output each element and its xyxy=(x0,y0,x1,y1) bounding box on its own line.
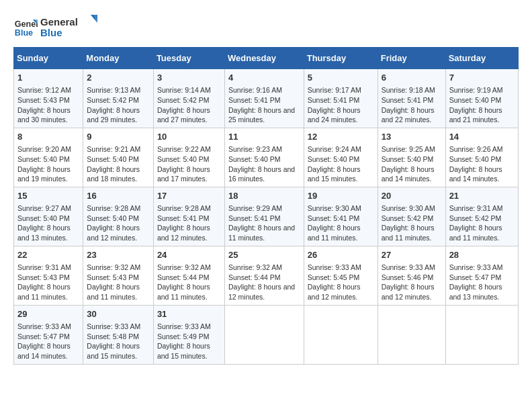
sunrise-text: Sunrise: 9:32 AM xyxy=(228,263,282,271)
daylight-text: Daylight: 8 hours and 14 minutes. xyxy=(449,165,502,183)
sunset-text: Sunset: 5:45 PM xyxy=(308,273,360,281)
day-cell-23: 23Sunrise: 9:32 AMSunset: 5:43 PMDayligh… xyxy=(83,246,154,305)
day-cell-28: 28Sunrise: 9:33 AMSunset: 5:47 PMDayligh… xyxy=(445,246,518,305)
day-number: 4 xyxy=(228,72,300,84)
daylight-text: Daylight: 8 hours and 30 minutes. xyxy=(17,106,71,124)
sunrise-text: Sunrise: 9:23 AM xyxy=(228,145,282,153)
logo-icon: General Blue xyxy=(13,15,38,39)
day-cell-18: 18Sunrise: 9:29 AMSunset: 5:41 PMDayligh… xyxy=(224,187,304,246)
sunset-text: Sunset: 5:42 PM xyxy=(449,214,502,222)
sunrise-text: Sunrise: 9:18 AM xyxy=(382,86,435,94)
empty-cell xyxy=(378,305,445,364)
day-number: 26 xyxy=(308,249,374,261)
sunrise-text: Sunrise: 9:33 AM xyxy=(17,322,71,330)
sunset-text: Sunset: 5:41 PM xyxy=(228,214,281,222)
sunset-text: Sunset: 5:40 PM xyxy=(87,214,139,222)
sunset-text: Sunset: 5:41 PM xyxy=(308,214,360,222)
daylight-text: Daylight: 8 hours and 18 minutes. xyxy=(87,165,140,183)
sunset-text: Sunset: 5:40 PM xyxy=(157,155,210,163)
sunrise-text: Sunrise: 9:33 AM xyxy=(308,263,361,271)
day-number: 5 xyxy=(308,72,374,84)
sunrise-text: Sunrise: 9:16 AM xyxy=(228,86,282,94)
daylight-text: Daylight: 8 hours and 11 minutes. xyxy=(157,283,210,301)
sunrise-text: Sunrise: 9:33 AM xyxy=(449,263,503,271)
calendar-row-1: 1Sunrise: 9:12 AMSunset: 5:43 PMDaylight… xyxy=(14,69,519,128)
day-number: 12 xyxy=(308,131,374,143)
day-number: 13 xyxy=(382,131,442,143)
sunset-text: Sunset: 5:46 PM xyxy=(382,273,434,281)
daylight-text: Daylight: 8 hours and 13 minutes. xyxy=(449,283,502,301)
sunrise-text: Sunrise: 9:33 AM xyxy=(157,322,211,330)
header-day-tuesday: Tuesday xyxy=(153,48,224,69)
sunset-text: Sunset: 5:40 PM xyxy=(382,155,434,163)
sunrise-text: Sunrise: 9:33 AM xyxy=(87,322,140,330)
sunrise-text: Sunrise: 9:21 AM xyxy=(87,145,140,153)
day-cell-4: 4Sunrise: 9:16 AMSunset: 5:41 PMDaylight… xyxy=(224,69,304,128)
day-cell-6: 6Sunrise: 9:18 AMSunset: 5:41 PMDaylight… xyxy=(378,69,445,128)
day-cell-26: 26Sunrise: 9:33 AMSunset: 5:45 PMDayligh… xyxy=(304,246,378,305)
day-number: 11 xyxy=(228,131,300,143)
sunset-text: Sunset: 5:44 PM xyxy=(157,273,210,281)
sunset-text: Sunset: 5:47 PM xyxy=(449,273,502,281)
day-cell-7: 7Sunrise: 9:19 AMSunset: 5:40 PMDaylight… xyxy=(445,69,518,128)
daylight-text: Daylight: 8 hours and 25 minutes. xyxy=(228,106,295,124)
sunrise-text: Sunrise: 9:27 AM xyxy=(17,204,71,212)
sunset-text: Sunset: 5:40 PM xyxy=(87,155,139,163)
day-cell-11: 11Sunrise: 9:23 AMSunset: 5:40 PMDayligh… xyxy=(224,128,304,187)
day-cell-9: 9Sunrise: 9:21 AMSunset: 5:40 PMDaylight… xyxy=(83,128,154,187)
daylight-text: Daylight: 8 hours and 16 minutes. xyxy=(228,165,295,183)
day-number: 7 xyxy=(449,72,515,84)
day-number: 29 xyxy=(17,308,79,320)
sunset-text: Sunset: 5:40 PM xyxy=(449,96,502,104)
daylight-text: Daylight: 8 hours and 12 minutes. xyxy=(157,224,210,242)
day-cell-27: 27Sunrise: 9:33 AMSunset: 5:46 PMDayligh… xyxy=(378,246,445,305)
daylight-text: Daylight: 8 hours and 12 minutes. xyxy=(228,283,295,301)
header-day-wednesday: Wednesday xyxy=(224,48,304,69)
sunset-text: Sunset: 5:49 PM xyxy=(157,332,210,340)
sunrise-text: Sunrise: 9:20 AM xyxy=(17,145,71,153)
day-cell-16: 16Sunrise: 9:28 AMSunset: 5:40 PMDayligh… xyxy=(83,187,154,246)
day-number: 24 xyxy=(157,249,221,261)
day-cell-22: 22Sunrise: 9:31 AMSunset: 5:43 PMDayligh… xyxy=(14,246,83,305)
sunrise-text: Sunrise: 9:32 AM xyxy=(87,263,140,271)
sunrise-text: Sunrise: 9:25 AM xyxy=(382,145,435,153)
day-number: 20 xyxy=(382,190,442,202)
sunset-text: Sunset: 5:40 PM xyxy=(308,155,360,163)
header-day-sunday: Sunday xyxy=(14,48,83,69)
day-cell-15: 15Sunrise: 9:27 AMSunset: 5:40 PMDayligh… xyxy=(14,187,83,246)
logo: General Blue General Blue xyxy=(13,13,101,40)
daylight-text: Daylight: 8 hours and 15 minutes. xyxy=(157,342,210,360)
header-day-saturday: Saturday xyxy=(445,48,518,69)
day-cell-29: 29Sunrise: 9:33 AMSunset: 5:47 PMDayligh… xyxy=(14,305,83,364)
day-cell-31: 31Sunrise: 9:33 AMSunset: 5:49 PMDayligh… xyxy=(153,305,224,364)
sunset-text: Sunset: 5:40 PM xyxy=(449,155,502,163)
day-number: 1 xyxy=(17,72,79,84)
empty-cell xyxy=(445,305,518,364)
day-cell-21: 21Sunrise: 9:31 AMSunset: 5:42 PMDayligh… xyxy=(445,187,518,246)
day-cell-3: 3Sunrise: 9:14 AMSunset: 5:42 PMDaylight… xyxy=(153,69,224,128)
day-cell-13: 13Sunrise: 9:25 AMSunset: 5:40 PMDayligh… xyxy=(378,128,445,187)
sunset-text: Sunset: 5:41 PM xyxy=(157,214,210,222)
sunrise-text: Sunrise: 9:30 AM xyxy=(308,204,361,212)
sunset-text: Sunset: 5:48 PM xyxy=(87,332,139,340)
day-number: 18 xyxy=(228,190,300,202)
day-number: 15 xyxy=(17,190,79,202)
sunset-text: Sunset: 5:41 PM xyxy=(382,96,434,104)
day-cell-20: 20Sunrise: 9:30 AMSunset: 5:42 PMDayligh… xyxy=(378,187,445,246)
day-number: 3 xyxy=(157,72,221,84)
sunset-text: Sunset: 5:42 PM xyxy=(382,214,434,222)
day-cell-5: 5Sunrise: 9:17 AMSunset: 5:41 PMDaylight… xyxy=(304,69,378,128)
daylight-text: Daylight: 8 hours and 14 minutes. xyxy=(382,165,435,183)
daylight-text: Daylight: 8 hours and 11 minutes. xyxy=(17,283,71,301)
sunset-text: Sunset: 5:40 PM xyxy=(17,155,70,163)
day-cell-8: 8Sunrise: 9:20 AMSunset: 5:40 PMDaylight… xyxy=(14,128,83,187)
day-number: 22 xyxy=(17,249,79,261)
sunset-text: Sunset: 5:40 PM xyxy=(17,214,70,222)
sunrise-text: Sunrise: 9:32 AM xyxy=(157,263,211,271)
day-cell-30: 30Sunrise: 9:33 AMSunset: 5:48 PMDayligh… xyxy=(83,305,154,364)
header-day-thursday: Thursday xyxy=(304,48,378,69)
sunrise-text: Sunrise: 9:31 AM xyxy=(17,263,71,271)
sunrise-text: Sunrise: 9:28 AM xyxy=(87,204,140,212)
sunset-text: Sunset: 5:43 PM xyxy=(17,273,70,281)
empty-cell xyxy=(224,305,304,364)
